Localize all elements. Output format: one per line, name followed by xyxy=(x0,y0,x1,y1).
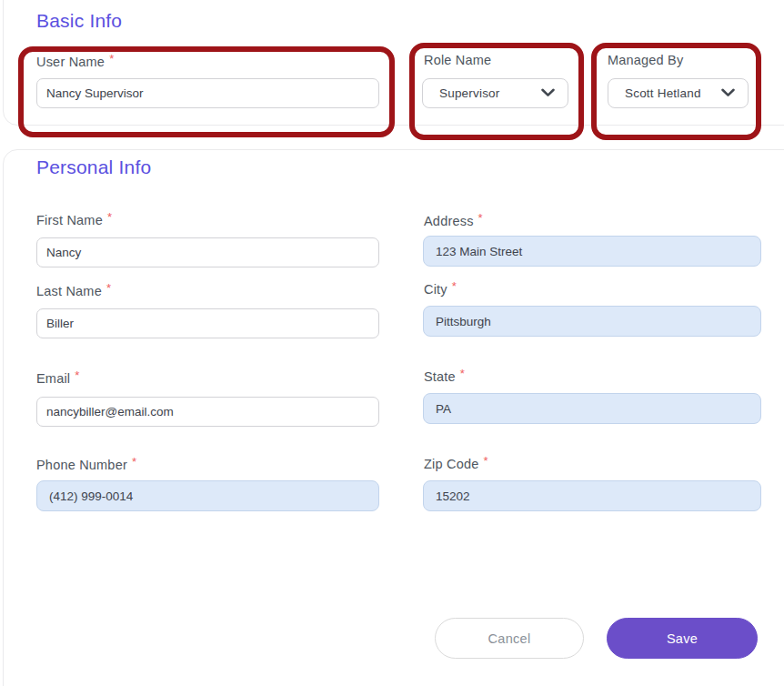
required-asterisk: * xyxy=(109,52,114,66)
cancel-button[interactable]: Cancel xyxy=(435,618,584,659)
chevron-down-icon xyxy=(541,86,555,100)
state-input[interactable] xyxy=(423,393,761,424)
required-asterisk: * xyxy=(107,210,112,224)
user-name-label: User Name* xyxy=(36,52,114,69)
managed-by-label: Managed By xyxy=(608,53,683,67)
city-input[interactable] xyxy=(423,306,761,337)
email-input[interactable] xyxy=(36,397,379,427)
last-name-input[interactable] xyxy=(36,308,379,338)
managed-by-select[interactable]: Scott Hetland xyxy=(608,78,749,108)
required-asterisk: * xyxy=(452,279,457,293)
address-label: Address* xyxy=(424,211,483,228)
phone-number-label: Phone Number* xyxy=(36,455,136,472)
phone-number-input[interactable] xyxy=(36,480,379,511)
chevron-down-icon xyxy=(721,86,735,100)
personal-info-heading: Personal Info xyxy=(36,156,151,178)
first-name-input[interactable] xyxy=(36,237,379,267)
required-asterisk: * xyxy=(478,211,483,225)
required-asterisk: * xyxy=(106,281,111,295)
role-name-label: Role Name xyxy=(424,53,491,67)
required-asterisk: * xyxy=(75,368,79,382)
role-name-selected-value: Supervisor xyxy=(439,86,500,100)
basic-info-heading: Basic Info xyxy=(36,10,122,32)
required-asterisk: * xyxy=(460,367,465,380)
zip-code-input[interactable] xyxy=(423,480,761,511)
user-name-input[interactable] xyxy=(36,78,379,108)
save-button[interactable]: Save xyxy=(607,618,758,659)
state-label: State* xyxy=(424,367,465,384)
first-name-label: First Name* xyxy=(36,210,112,227)
city-label: City* xyxy=(424,279,457,297)
required-asterisk: * xyxy=(483,454,487,468)
user-edit-form: Basic Info User Name* Role Name Supervis… xyxy=(0,0,784,686)
email-label: Email* xyxy=(36,368,80,386)
address-input[interactable] xyxy=(423,236,761,267)
zip-code-label: Zip Code* xyxy=(424,454,488,471)
required-asterisk: * xyxy=(132,455,136,469)
role-name-select[interactable]: Supervisor xyxy=(422,78,568,108)
managed-by-selected-value: Scott Hetland xyxy=(625,86,701,100)
last-name-label: Last Name* xyxy=(36,281,111,298)
